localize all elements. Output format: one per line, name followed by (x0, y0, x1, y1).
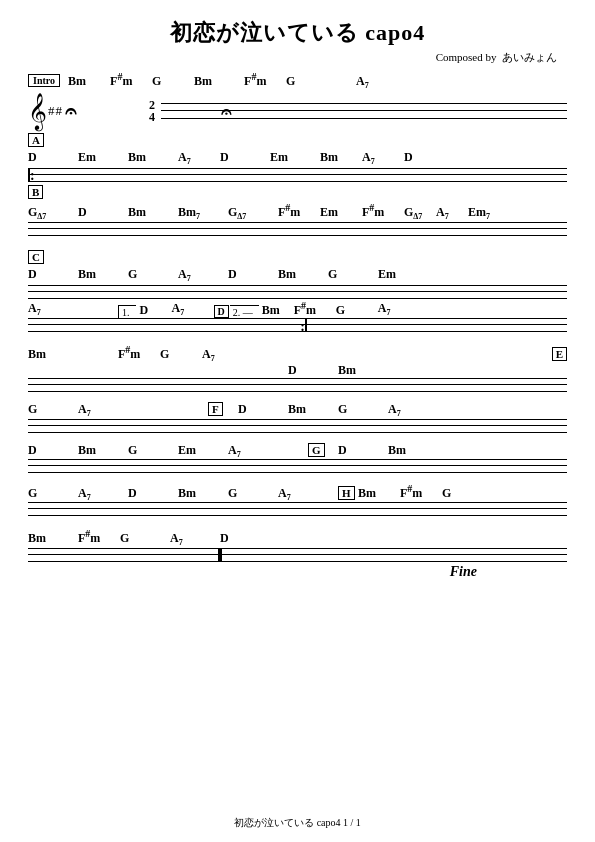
footer: 初恋が泣いている capo4 1 / 1 (0, 816, 595, 830)
chord-A7-final: A7 (170, 531, 220, 547)
chords-row-E-pre: Bm F#m G A7 E (28, 344, 567, 363)
chord-Bm-B: Bm (128, 205, 178, 220)
chord-A7-C2: A7 (28, 301, 78, 317)
chord-G-F2: G (338, 402, 388, 417)
section-label-C: C (28, 250, 44, 264)
chord-D2-C1: D (228, 267, 278, 282)
chord-G-E: G (160, 347, 202, 362)
page-title: 初恋が泣いている capo4 (28, 18, 567, 48)
chord-A7-G: A7 (228, 443, 308, 459)
chord-Bm-C2e2: Bm (262, 303, 294, 318)
staff-C1 (28, 285, 567, 299)
chord-Em-G: Em (178, 443, 228, 458)
chord-Em-A: Em (78, 150, 128, 165)
chord-D-G: D (28, 443, 78, 458)
composer-name: あいみょん (502, 51, 557, 63)
chord-G-F: G (28, 402, 78, 417)
chord-G-H: G (28, 486, 78, 501)
spacer-C-end (28, 333, 567, 341)
chord-G-H3: G (442, 486, 451, 501)
chord-D-F: D (238, 402, 288, 417)
chords-row-A1: D Em Bm A7 D Em Bm A7 D (28, 150, 567, 168)
chord-A7-H: A7 (78, 486, 128, 502)
chord-bm2-intro: Bm (194, 74, 244, 89)
chord-Bm-G2: Bm (388, 443, 406, 458)
section-label-H: H (338, 486, 355, 500)
chord-a7-intro: A7 (356, 74, 388, 90)
fine-label: Fine (450, 564, 477, 580)
chord-GA72-B: GΔ7 (228, 205, 278, 221)
chord-G-G: G (128, 443, 178, 458)
chord-A7-C2e1: A7 (172, 301, 214, 317)
chord-D-B: D (78, 205, 128, 220)
spacer-E-end (28, 393, 567, 399)
composer-line: Composed by あいみょん (28, 50, 567, 65)
chord-D-G2: D (338, 443, 388, 458)
section-label-A: A (28, 133, 44, 147)
chord-D2-A: D (220, 150, 270, 165)
chord-G-H2: G (228, 486, 278, 501)
spacer-B (28, 237, 567, 247)
section-label-intro: Intro (28, 74, 60, 87)
chord-A7-E: A7 (202, 347, 302, 363)
ending-1: 1. (118, 305, 136, 318)
chord-Em2-A: Em (270, 150, 320, 165)
G-label-container: G (308, 443, 338, 458)
d-section-box-container: D 2. — (214, 305, 262, 318)
d-section-box: D (214, 305, 229, 318)
chord-Bm-G: Bm (78, 443, 128, 458)
staff-F (28, 419, 567, 433)
repeat-open: : (30, 169, 35, 183)
chord-G-final: G (120, 531, 170, 546)
footer-text: 初恋が泣いている capo4 1 / 1 (234, 817, 361, 828)
chord-GA7-B: GΔ7 (28, 205, 78, 221)
chord-Em-B: Em (320, 205, 362, 220)
key-sharp2-icon: # (56, 103, 63, 119)
chord-G-C2e2: G (336, 303, 378, 318)
key-sharp-icon: # (48, 103, 55, 119)
spacer-F-end (28, 434, 567, 440)
chord-Bm-E: Bm (28, 347, 118, 362)
chord-A7-F2: A7 (388, 402, 401, 418)
chord-Bm-F: Bm (288, 402, 338, 417)
E-label-container: E (302, 347, 567, 362)
chord-g-intro: G (152, 74, 194, 89)
chords-row-C2-container: A7 1. D A7 D 2. — Bm F#m G A7 (28, 300, 567, 318)
chord-D-A: D (28, 150, 78, 165)
chords-row-B1: GΔ7 D Bm Bm7 GΔ7 F#m Em F#m GΔ7 A7 Em7 (28, 202, 567, 221)
chord-D-H: D (128, 486, 178, 501)
chord-D-C2e1: D (140, 303, 172, 318)
chord-Bm-A: Bm (128, 150, 178, 165)
time-c2: 𝄐 (221, 102, 231, 123)
composed-by-label: Composed by (436, 51, 497, 63)
chords-row-E: D Bm (28, 363, 567, 378)
chord-bm-intro: Bm (68, 74, 110, 89)
chord-Fsharp-final: F#m (78, 528, 120, 546)
intro-staff: 𝄐 (161, 103, 567, 119)
section-label-F: F (208, 402, 223, 416)
chord-Bm-H3: Bm (358, 486, 400, 501)
chord-g2-intro: G (286, 74, 356, 89)
chord-A72-A: A7 (362, 150, 404, 166)
spacer-H-end (28, 517, 567, 525)
staff-A1: : (28, 168, 567, 182)
chord-Bm-C1: Bm (78, 267, 128, 282)
F-label-container: F (208, 402, 238, 417)
chord-A7-C2e2: A7 (378, 301, 391, 317)
staff-final (28, 548, 567, 562)
treble-clef-icon: 𝄞 (28, 95, 47, 127)
chord-Fsharp-E: F#m (118, 344, 160, 362)
section-label-B: B (28, 185, 43, 199)
chord-D3-A: D (404, 150, 413, 165)
staff-G (28, 459, 567, 473)
chord-Em7-B: Em7 (468, 205, 490, 221)
chord-G2-C1: G (328, 267, 378, 282)
time-sig-24: 2 4 (149, 99, 155, 123)
chord-GA73-B: GΔ7 (404, 205, 436, 221)
staff-E (28, 378, 567, 392)
chords-row-C1: D Bm G A7 D Bm G Em (28, 267, 567, 285)
chord-A7-H2: A7 (278, 486, 338, 502)
chord-Bm2-C1: Bm (278, 267, 328, 282)
chords-row-F-pre: G A7 F D Bm G A7 (28, 402, 567, 418)
section-label-E: E (552, 347, 567, 361)
